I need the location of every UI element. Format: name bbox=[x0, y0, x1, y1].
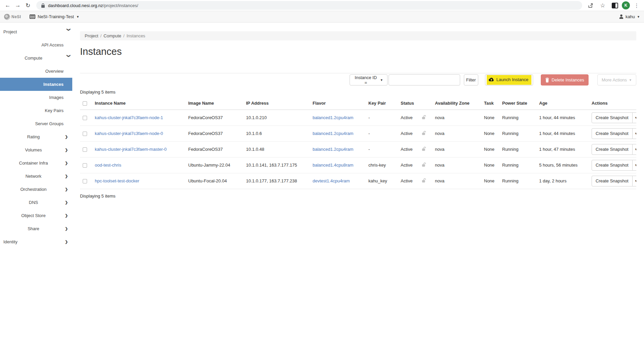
row-actions-dropdown[interactable]: ▼ bbox=[632, 129, 636, 139]
sidebar-item-label: Volumes bbox=[0, 147, 65, 152]
flavor-link[interactable]: balanced1.2cpu4ram bbox=[313, 131, 353, 136]
breadcrumb-separator: / bbox=[123, 33, 125, 38]
select-all-checkbox[interactable] bbox=[83, 101, 87, 106]
sidebar-item-overview[interactable]: Overview bbox=[0, 65, 72, 78]
sidebar-item-share[interactable]: Share ❯ bbox=[0, 222, 72, 235]
row-checkbox[interactable] bbox=[83, 179, 87, 183]
availability-zone-cell: nova bbox=[432, 157, 481, 173]
column-header-task: Task bbox=[481, 97, 499, 110]
sidebar-item-label: Server Groups bbox=[0, 121, 65, 126]
sidebar-item-identity[interactable]: Identity ❯ bbox=[0, 235, 72, 248]
status-cell: Active bbox=[398, 141, 419, 157]
row-actions-dropdown[interactable]: ▼ bbox=[632, 144, 636, 154]
sidebar-item-network[interactable]: Network ❯ bbox=[0, 170, 72, 183]
flavor-link[interactable]: balanced1.4cpu8ram bbox=[313, 163, 353, 168]
sidebar-item-server-groups[interactable]: Server Groups bbox=[0, 117, 72, 130]
delete-instances-button[interactable]: Delete Instances bbox=[541, 74, 589, 85]
age-cell: 1 hour, 44 minutes bbox=[536, 110, 589, 126]
create-snapshot-button[interactable]: Create Snapshot bbox=[592, 129, 632, 139]
chevron-right-icon: ❯ bbox=[65, 213, 72, 218]
sidebar-item-object-store[interactable]: Object Store ❯ bbox=[0, 209, 72, 222]
task-cell: None bbox=[481, 141, 499, 157]
power-state-cell: Running bbox=[499, 173, 536, 189]
project-switcher[interactable]: NeSI-Training-Test ▼ bbox=[30, 14, 79, 19]
instance-name-link[interactable]: kahus-cluster-jnkal7c3faem-node-1 bbox=[95, 115, 163, 120]
flavor-link[interactable]: balanced1.2cpu4ram bbox=[313, 147, 353, 152]
create-snapshot-button[interactable]: Create Snapshot bbox=[592, 176, 632, 186]
status-cell: Active bbox=[398, 126, 419, 141]
flavor-link[interactable]: balanced1.2cpu4ram bbox=[313, 115, 353, 120]
project-list-icon bbox=[30, 14, 35, 19]
sidebar-item-label: Overview bbox=[0, 69, 65, 74]
key-pair-cell: - bbox=[366, 110, 398, 126]
sidebar-item-compute[interactable]: Compute ❯ bbox=[0, 51, 72, 65]
filter-field-label: Instance ID = bbox=[354, 75, 378, 85]
browser-menu-icon[interactable]: ⋮ bbox=[632, 2, 641, 9]
browser-reload-icon[interactable]: ↻ bbox=[23, 1, 33, 10]
chevron-right-icon: ❯ bbox=[65, 240, 72, 244]
sidebar-item-project[interactable]: Project ❯ bbox=[0, 25, 72, 38]
status-cell: Active bbox=[398, 110, 419, 126]
sidebar-item-label: Container Infra bbox=[0, 161, 65, 166]
table-row: kahus-cluster-jnkal7c3faem-master-0 Fedo… bbox=[80, 141, 636, 157]
row-checkbox[interactable] bbox=[83, 163, 87, 168]
share-icon[interactable] bbox=[586, 1, 596, 10]
instance-name-link[interactable]: ood-test-chris bbox=[95, 163, 121, 168]
row-checkbox[interactable] bbox=[83, 147, 87, 152]
sidebar-item-images[interactable]: Images bbox=[0, 91, 72, 104]
nesi-logo[interactable]: NeSI bbox=[4, 14, 24, 20]
row-checkbox[interactable] bbox=[83, 116, 87, 120]
sidebar-item-rating[interactable]: Rating ❯ bbox=[0, 130, 72, 143]
address-bar[interactable]: dashboard.cloud.nesi.org.nz/project/inst… bbox=[36, 1, 582, 10]
filter-field-dropdown[interactable]: Instance ID = ▼ bbox=[350, 74, 388, 85]
sidebar-item-volumes[interactable]: Volumes ❯ bbox=[0, 143, 72, 156]
breadcrumb-project[interactable]: Project bbox=[85, 33, 98, 38]
bookmark-star-icon[interactable]: ☆ bbox=[598, 1, 608, 10]
sidebar-item-orchestration[interactable]: Orchestration ❯ bbox=[0, 183, 72, 196]
browser-back-icon[interactable]: ← bbox=[3, 1, 13, 10]
trash-icon bbox=[545, 78, 549, 82]
create-snapshot-button[interactable]: Create Snapshot bbox=[592, 160, 632, 170]
filter-input[interactable] bbox=[389, 74, 460, 85]
user-menu-label: kahu bbox=[626, 14, 635, 19]
breadcrumb-compute[interactable]: Compute bbox=[104, 33, 121, 38]
row-actions-dropdown[interactable]: ▼ bbox=[632, 160, 636, 170]
filter-button[interactable]: Filter bbox=[464, 74, 478, 85]
launch-instance-button[interactable]: Launch Instance bbox=[485, 74, 533, 85]
image-name-cell: Ubuntu-Jammy-22.04 bbox=[186, 157, 243, 173]
availability-zone-cell: nova bbox=[432, 141, 481, 157]
more-actions-button[interactable]: More Actions ▼ bbox=[597, 74, 636, 85]
sidebar-item-api-access[interactable]: API Access bbox=[0, 38, 72, 51]
sidebar-item-label: Object Store bbox=[0, 213, 65, 218]
sidebar-item-dns[interactable]: DNS ❯ bbox=[0, 196, 72, 209]
instance-name-link[interactable]: kahus-cluster-jnkal7c3faem-node-0 bbox=[95, 131, 163, 136]
row-actions-dropdown[interactable]: ▼ bbox=[632, 176, 636, 186]
sidebar-item-instances[interactable]: Instances bbox=[0, 78, 72, 91]
create-snapshot-button[interactable]: Create Snapshot bbox=[592, 144, 632, 154]
instance-name-link[interactable]: hpc-toolset-test-docker bbox=[95, 178, 139, 183]
sidebar-item-container-infra[interactable]: Container Infra ❯ bbox=[0, 156, 72, 170]
table-header-row: Instance NameImage NameIP AddressFlavorK… bbox=[80, 97, 636, 110]
side-panel-icon[interactable] bbox=[610, 1, 620, 10]
profile-avatar[interactable]: K bbox=[622, 1, 630, 9]
status-cell: Active bbox=[398, 157, 419, 173]
nesi-globe-icon bbox=[4, 14, 10, 20]
breadcrumb-current: Instances bbox=[126, 33, 145, 38]
row-actions-dropdown[interactable]: ▼ bbox=[632, 113, 636, 123]
tls-lock-icon bbox=[41, 3, 45, 8]
user-menu[interactable]: kahu ▼ bbox=[619, 14, 640, 19]
flavor-link[interactable]: devtest1.4cpu4ram bbox=[313, 178, 350, 183]
row-checkbox[interactable] bbox=[83, 132, 87, 136]
unlocked-icon bbox=[421, 162, 426, 167]
instance-name-link[interactable]: kahus-cluster-jnkal7c3faem-master-0 bbox=[95, 147, 167, 152]
more-actions-label: More Actions bbox=[602, 77, 627, 82]
sidebar-item-label: DNS bbox=[0, 200, 65, 205]
chevron-down-icon: ▼ bbox=[380, 78, 383, 82]
sidebar-item-label: API Access bbox=[0, 42, 65, 47]
status-cell: Active bbox=[398, 173, 419, 189]
breadcrumb-separator: / bbox=[100, 33, 102, 38]
chevron-right-icon: ❯ bbox=[65, 187, 72, 191]
create-snapshot-button[interactable]: Create Snapshot bbox=[592, 113, 632, 123]
browser-forward-icon[interactable]: → bbox=[13, 1, 23, 10]
sidebar-item-key-pairs[interactable]: Key Pairs bbox=[0, 104, 72, 117]
